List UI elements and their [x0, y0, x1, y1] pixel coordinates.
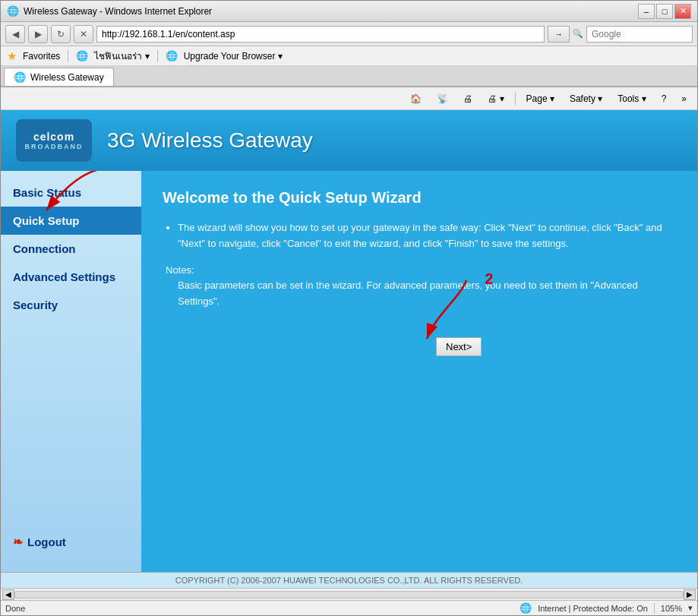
sidebar-item-security-label: Security — [13, 299, 58, 311]
toolbar-sep — [515, 92, 516, 106]
next-button-area: 2 Next> — [436, 337, 482, 356]
favorites-label: Favorites — [23, 51, 60, 62]
search-input[interactable] — [586, 26, 693, 43]
notes-section: Notes: Basic parameters can be set in th… — [166, 263, 676, 310]
globe-icon: 🌐 — [520, 602, 532, 614]
separator-2 — [157, 50, 158, 62]
menu-extend-btn[interactable]: » — [675, 90, 693, 108]
forward-button[interactable]: ▶ — [28, 25, 48, 43]
sidebar-item-connection[interactable]: Connection — [1, 235, 141, 263]
status-right: 🌐 Internet | Protected Mode: On 105% ▾ — [520, 602, 693, 614]
browser-icon: 🌐 — [7, 5, 19, 17]
next-button[interactable]: Next> — [436, 337, 482, 356]
scroll-right-button[interactable]: ▶ — [684, 589, 696, 600]
fav-item-1-label: ไชฟินเนอร่า ▾ — [94, 49, 149, 63]
status-text: Done — [5, 604, 513, 613]
logout-label: Logout — [27, 535, 66, 548]
ie-icon: 🌐 — [76, 50, 88, 62]
printer-icon-btn[interactable]: 🖨 ▾ — [482, 90, 510, 108]
logo-sub: BROADBAND — [25, 143, 84, 150]
sidebar-item-basic-status-label: Basic Status — [13, 186, 81, 199]
favorites-bar: ★ Favorites 🌐 ไชฟินเนอร่า ▾ 🌐 Upgrade Yo… — [1, 46, 697, 66]
tab-wireless-gateway[interactable]: 🌐 Wireless Gateway — [4, 68, 114, 86]
zoom-chevron: ▾ — [688, 603, 693, 613]
content-heading: Welcome to the Quick Setup Wizard — [163, 189, 676, 207]
maximize-button[interactable]: □ — [656, 4, 673, 19]
sidebar-spacer — [1, 319, 141, 527]
stop-button[interactable]: ✕ — [74, 25, 93, 43]
refresh-button[interactable]: ↻ — [51, 25, 71, 43]
page-footer: COPYRIGHT (C) 2006-2007 HUAWEI TECHNOLOG… — [1, 572, 697, 588]
page-header: celcom BROADBAND 3G Wireless Gateway — [1, 110, 697, 171]
fav-item-1[interactable]: ไชฟินเนอร่า ▾ — [94, 49, 149, 63]
page-body: Basic Status Quick Setup 1 — [1, 171, 697, 572]
logo-brand: celcom — [33, 131, 74, 143]
sidebar-item-security[interactable]: Security — [1, 291, 141, 319]
tab-label: Wireless Gateway — [30, 72, 104, 83]
title-bar: 🌐 Wireless Gateway - Windows Internet Ex… — [1, 1, 697, 22]
back-button[interactable]: ◀ — [5, 25, 25, 43]
logo: celcom BROADBAND — [16, 119, 92, 162]
sidebar-item-wrapper-quick: Quick Setup 1 — [1, 207, 141, 235]
horizontal-scrollbar[interactable]: ◀ ▶ — [1, 588, 697, 600]
address-bar: ◀ ▶ ↻ ✕ → 🔍 — [1, 22, 697, 46]
address-input[interactable] — [96, 26, 545, 43]
sidebar-item-connection-label: Connection — [13, 242, 76, 255]
sidebar-item-quick-setup[interactable]: Quick Setup 1 — [1, 207, 141, 235]
browser-window: 🌐 Wireless Gateway - Windows Internet Ex… — [0, 0, 698, 616]
wizard-description: The wizard will show you how to set up y… — [178, 220, 676, 252]
help-button[interactable]: ? — [655, 90, 673, 108]
sidebar-item-advanced-settings[interactable]: Advanced Settings — [1, 263, 141, 291]
minimize-button[interactable]: – — [638, 4, 655, 19]
upgrade-icon: 🌐 — [166, 50, 178, 62]
content-area: celcom BROADBAND 3G Wireless Gateway Bas… — [1, 110, 697, 615]
home-toolbar-btn[interactable]: 🏠 — [404, 90, 428, 108]
status-sep — [654, 603, 655, 614]
ie-toolbar: 🏠 📡 🖨 🖨 ▾ Page ▾ Safety ▾ Tools ▾ ? » — [1, 87, 697, 110]
favorites-button[interactable]: Favorites — [23, 51, 60, 62]
notes-text: Basic parameters can be set in the wizar… — [178, 278, 676, 310]
sidebar-item-wrapper-basic: Basic Status — [1, 178, 141, 207]
copyright-text: COPYRIGHT (C) 2006-2007 HUAWEI TECHNOLOG… — [175, 576, 523, 585]
safety-button[interactable]: Safety ▾ — [564, 90, 608, 108]
feeds-toolbar-btn[interactable]: 📡 — [431, 90, 454, 108]
annotation-2-number: 2 — [485, 270, 493, 288]
sidebar-item-quick-setup-label: Quick Setup — [13, 214, 80, 227]
zone-text: Internet | Protected Mode: On — [538, 604, 648, 613]
fav-item-2[interactable]: Upgrade Your Browser ▾ — [184, 51, 283, 62]
sidebar: Basic Status Quick Setup 1 — [1, 171, 141, 572]
window-controls: – □ ✕ — [638, 4, 691, 19]
print-toolbar-btn[interactable]: 🖨 — [457, 90, 478, 108]
page-title: 3G Wireless Gateway — [107, 128, 313, 153]
page-button[interactable]: Page ▾ — [520, 90, 561, 108]
close-button[interactable]: ✕ — [674, 4, 691, 19]
sidebar-item-advanced-settings-label: Advanced Settings — [13, 270, 115, 283]
notes-label: Notes: — [166, 264, 194, 276]
main-content-panel: Welcome to the Quick Setup Wizard The wi… — [141, 171, 697, 572]
window-title: Wireless Gateway - Windows Internet Expl… — [24, 6, 638, 17]
tab-icon: 🌐 — [14, 71, 26, 83]
status-bar: Done 🌐 Internet | Protected Mode: On 105… — [1, 600, 697, 615]
star-icon: ★ — [7, 49, 17, 63]
tab-bar: 🌐 Wireless Gateway — [1, 66, 697, 87]
sidebar-item-basic-status[interactable]: Basic Status — [1, 178, 141, 207]
zoom-text: 105% — [661, 604, 682, 613]
go-button[interactable]: → — [548, 26, 570, 43]
sidebar-logout[interactable]: ❧ Logout — [1, 527, 141, 557]
separator-1 — [68, 50, 68, 62]
fav-item-2-label: Upgrade Your Browser ▾ — [184, 51, 283, 62]
tools-button[interactable]: Tools ▾ — [611, 90, 652, 108]
content-body: The wizard will show you how to set up y… — [163, 220, 676, 310]
logout-icon: ❧ — [13, 535, 23, 549]
scroll-left-button[interactable]: ◀ — [2, 589, 14, 600]
scroll-track[interactable] — [14, 591, 684, 599]
search-label: 🔍 — [573, 29, 583, 39]
